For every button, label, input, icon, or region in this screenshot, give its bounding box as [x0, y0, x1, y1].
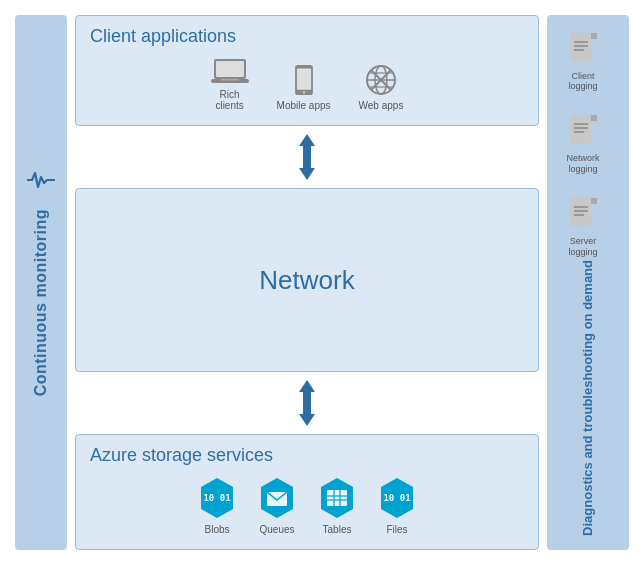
center-content: Client applications Richclients: [75, 15, 539, 550]
left-sidebar: Continuous monitoring: [15, 15, 67, 550]
icon-web-apps: Web apps: [359, 64, 404, 111]
svg-rect-15: [303, 144, 311, 170]
blobs-label: Blobs: [204, 524, 229, 535]
tables-label: Tables: [323, 524, 352, 535]
icon-queues: Queues: [255, 476, 299, 535]
web-apps-label: Web apps: [359, 100, 404, 111]
client-apps-title: Client applications: [90, 26, 524, 47]
right-sidebar: Clientlogging Networklogging: [547, 15, 629, 550]
arrow-connector: [75, 132, 539, 182]
arrow-connector-2: [75, 378, 539, 428]
log-item-server: Serverlogging: [568, 197, 598, 258]
network-logging-label: Networklogging: [566, 153, 599, 175]
storage-icons-row: 10 01 Blobs Queues: [90, 476, 524, 535]
svg-text:10
01: 10 01: [383, 493, 410, 503]
log-item-network: Networklogging: [566, 114, 599, 175]
right-sidebar-label: Diagnostics and troubleshooting on deman…: [580, 260, 596, 536]
rich-clients-label: Richclients: [215, 89, 243, 111]
svg-marker-16: [299, 168, 315, 180]
icon-files: 10 01 Files: [375, 476, 419, 535]
heartbeat-icon: [27, 169, 55, 197]
svg-rect-38: [570, 115, 591, 143]
client-apps-icons-row: Richclients Mobile apps: [90, 57, 524, 111]
client-logging-label: Clientlogging: [568, 71, 597, 93]
right-icons-group: Clientlogging Networklogging: [566, 29, 599, 260]
client-apps-box: Client applications Richclients: [75, 15, 539, 126]
svg-marker-19: [299, 414, 315, 426]
svg-text:10
01: 10 01: [203, 493, 230, 503]
svg-rect-5: [296, 68, 310, 89]
icon-mobile-apps: Mobile apps: [277, 64, 331, 111]
queues-label: Queues: [259, 524, 294, 535]
left-sidebar-label: Continuous monitoring: [32, 209, 50, 396]
svg-rect-1: [216, 61, 244, 77]
mobile-apps-label: Mobile apps: [277, 100, 331, 111]
network-title: Network: [259, 265, 354, 296]
svg-rect-44: [570, 198, 591, 226]
log-item-client: Clientlogging: [568, 32, 598, 93]
files-label: Files: [386, 524, 407, 535]
svg-rect-3: [221, 79, 239, 81]
azure-storage-box: Azure storage services 10 01 Blobs: [75, 434, 539, 550]
main-container: Continuous monitoring Client application…: [0, 0, 644, 565]
icon-rich-clients: Richclients: [211, 57, 249, 111]
svg-rect-34: [591, 33, 597, 39]
azure-storage-title: Azure storage services: [90, 445, 524, 466]
svg-rect-46: [591, 198, 597, 204]
svg-rect-18: [303, 390, 311, 416]
svg-rect-32: [570, 33, 591, 61]
server-logging-label: Serverlogging: [568, 236, 597, 258]
icon-blobs: 10 01 Blobs: [195, 476, 239, 535]
svg-rect-25: [327, 490, 347, 506]
icon-tables: Tables: [315, 476, 359, 535]
svg-rect-40: [591, 115, 597, 121]
svg-point-6: [302, 91, 305, 94]
network-box: Network: [75, 188, 539, 372]
